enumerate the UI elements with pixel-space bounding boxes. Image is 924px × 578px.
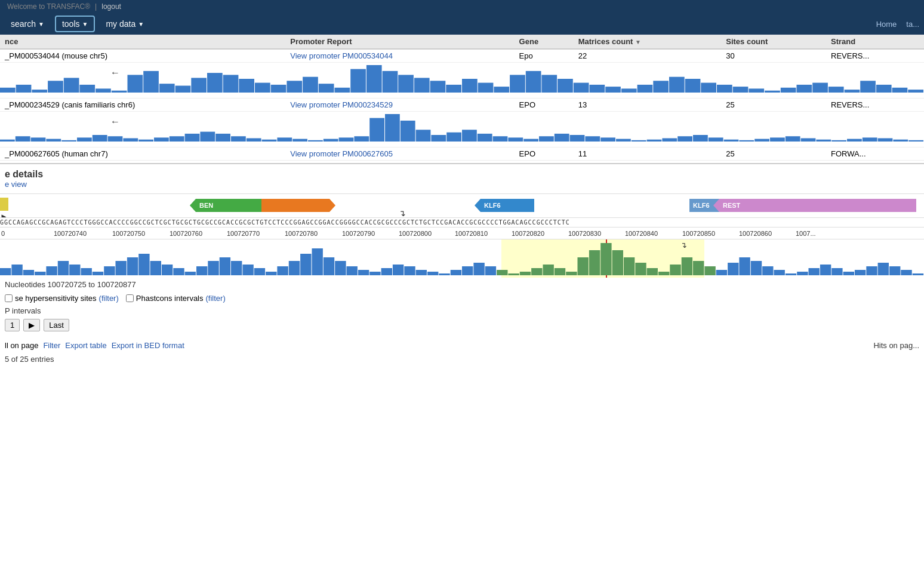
dnase-checkbox-label[interactable]: se hypersensitivity sites (filter)	[5, 294, 119, 303]
entries-count: 5 of 25 entries	[0, 352, 924, 366]
svg-rect-200	[774, 270, 785, 275]
search-button[interactable]: search ▼	[5, 17, 50, 31]
page-next-button[interactable]: ▶	[23, 319, 40, 331]
svg-rect-148	[173, 268, 184, 275]
dnase-checkbox[interactable]	[5, 294, 13, 302]
svg-text:100720740: 100720740	[54, 230, 87, 237]
svg-rect-106	[739, 140, 754, 142]
svg-rect-186	[612, 250, 623, 275]
svg-rect-67	[138, 140, 153, 142]
separator: |	[95, 2, 97, 11]
svg-rect-16	[255, 83, 270, 93]
svg-rect-192	[682, 257, 692, 275]
svg-rect-91	[508, 137, 523, 142]
filter-link[interactable]: Filter	[43, 341, 60, 350]
svg-rect-207	[855, 270, 866, 275]
phastcons-checkbox[interactable]	[126, 294, 134, 302]
svg-rect-190	[658, 272, 669, 275]
cell-matrices-3: 11	[574, 147, 722, 161]
col-matrices[interactable]: Matrices count ▼	[574, 35, 722, 49]
tabs-link[interactable]: ta...	[906, 20, 919, 29]
svg-rect-111	[816, 140, 831, 142]
nav-menu-bar: search ▼ tools ▼ my data ▼ Home ta...	[0, 13, 924, 35]
svg-rect-105	[724, 140, 739, 142]
search-label: search	[11, 19, 36, 29]
svg-rect-97	[600, 137, 615, 142]
svg-rect-152	[220, 257, 230, 275]
export-table-link[interactable]: Export table	[65, 341, 106, 350]
phastcons-checkbox-label[interactable]: Phastcons intervals (filter)	[126, 294, 226, 303]
gene-klf6-left[interactable]: KLF6	[475, 199, 534, 212]
gene-rest[interactable]: REST	[713, 199, 916, 212]
mydata-button[interactable]: my data ▼	[100, 17, 150, 31]
mydata-caret: ▼	[138, 21, 144, 27]
home-link[interactable]: Home	[876, 20, 897, 29]
gene-ben-label: BEN	[190, 202, 217, 209]
svg-rect-68	[154, 137, 169, 142]
report-link-3[interactable]: View promoter PM000627605	[290, 149, 393, 158]
svg-text:0: 0	[1, 230, 5, 237]
page-1-button[interactable]: 1	[5, 319, 20, 331]
svg-rect-114	[863, 137, 877, 142]
svg-text:100720780: 100720780	[285, 230, 318, 237]
col-gene: Gene	[515, 35, 574, 49]
svg-rect-101	[662, 139, 677, 142]
page-last-button[interactable]: Last	[44, 319, 69, 331]
cell-sites-2: 25	[721, 99, 826, 112]
right-arrow-indicator: ►	[0, 212, 8, 217]
chart-row-1: ←	[0, 63, 924, 99]
svg-rect-195	[716, 270, 727, 275]
svg-rect-177	[508, 273, 519, 275]
svg-rect-182	[566, 272, 577, 275]
position-track: 0 100720740 100720750 100720760 10072077…	[0, 227, 924, 239]
svg-rect-113	[847, 139, 862, 142]
svg-rect-116	[893, 140, 908, 142]
svg-rect-94	[555, 134, 569, 142]
svg-rect-78	[308, 140, 323, 142]
svg-text:100720750: 100720750	[112, 230, 145, 237]
svg-text:100720840: 100720840	[625, 230, 658, 237]
report-link-1[interactable]: View promoter PM000534044	[290, 51, 393, 60]
svg-rect-8	[128, 75, 143, 93]
svg-rect-99	[632, 140, 646, 142]
svg-rect-179	[531, 268, 542, 275]
cell-matrices-1: 22	[574, 49, 722, 63]
svg-text:100720820: 100720820	[512, 230, 544, 237]
svg-text:100720830: 100720830	[568, 230, 601, 237]
table-row: _PM000534044 (mouse chr5) View promoter …	[0, 49, 924, 63]
cell-sites-1: 30	[721, 49, 826, 63]
tools-button[interactable]: tools ▼	[55, 16, 95, 32]
svg-text:100720800: 100720800	[399, 230, 432, 237]
welcome-text: Welcome to TRANSFAC®	[7, 2, 90, 11]
svg-rect-191	[670, 265, 680, 275]
svg-rect-208	[866, 266, 877, 275]
chart-svg-1	[0, 63, 924, 96]
gene-details-link[interactable]: e view	[0, 180, 32, 189]
select-all-label: ll on page	[5, 341, 38, 350]
svg-rect-75	[262, 140, 277, 142]
svg-rect-13	[207, 73, 223, 93]
svg-rect-164	[358, 270, 369, 275]
svg-rect-175	[485, 266, 496, 275]
logout-link[interactable]: logout	[101, 2, 121, 11]
svg-rect-25	[398, 75, 414, 93]
gene-ben[interactable]: BEN	[190, 199, 261, 212]
dnase-filter-link[interactable]: (filter)	[99, 294, 119, 303]
svg-rect-169	[416, 270, 427, 275]
svg-rect-57	[908, 90, 923, 93]
svg-rect-26	[414, 78, 430, 93]
col-promoter-report: Promoter Report	[285, 35, 514, 49]
detail-chart-svg	[0, 239, 924, 276]
table-row: _PM000627605 (human chr7) View promoter …	[0, 147, 924, 161]
cell-report-1: View promoter PM000534044	[285, 49, 514, 63]
svg-rect-95	[570, 135, 585, 142]
hits-label: Hits on pag...	[873, 341, 919, 350]
dnase-label: se hypersensitivity sites	[15, 294, 97, 303]
svg-rect-28	[446, 85, 461, 93]
svg-rect-83	[385, 114, 400, 142]
export-bed-link[interactable]: Export in BED format	[112, 341, 184, 350]
small-arrow-right: ↴	[399, 208, 406, 217]
svg-rect-0	[0, 88, 16, 93]
report-link-2[interactable]: View promoter PM000234529	[290, 100, 393, 109]
phastcons-filter-link[interactable]: (filter)	[206, 294, 226, 303]
